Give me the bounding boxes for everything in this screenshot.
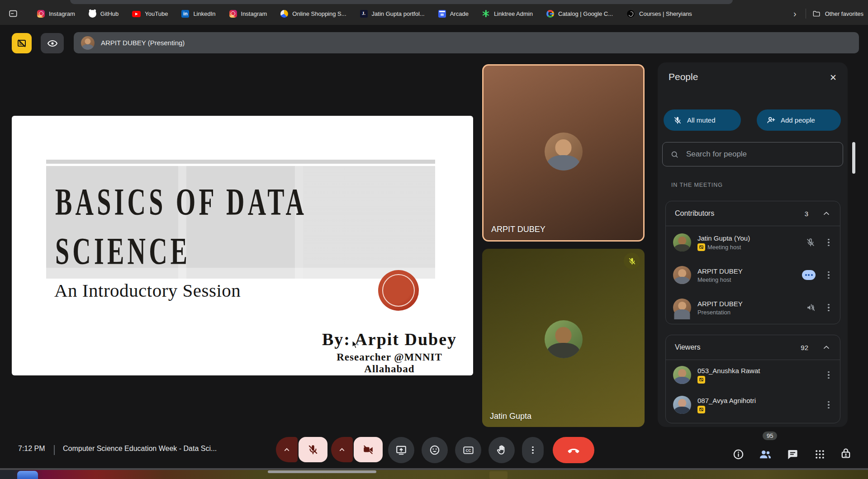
video-tile-arpit[interactable]: ARPIT DUBEY [482,64,645,242]
favorite-label: Online Shopping S... [292,10,346,17]
host-controls-button[interactable] [837,444,855,462]
other-favorites-button[interactable]: Other favorites [812,9,863,18]
more-options-button[interactable] [522,437,544,463]
participant-name: ARPIT DUBEY [697,267,743,275]
favorite-label: Catalog | Google C... [558,10,613,17]
background-window-fragment [489,471,508,479]
presentation-paused-badge-icon [697,243,705,251]
favorite-youtube[interactable]: YouTube [132,10,168,17]
section-title: Contributors [675,209,714,218]
mouse-cursor-icon [352,340,360,349]
favorite-online-shopping[interactable]: Online Shopping S... [280,10,346,18]
chevron-up-icon[interactable] [822,209,831,218]
present-screen-icon [395,444,407,456]
camera-options-chevron[interactable] [331,437,353,462]
video-tile-jatin[interactable]: Jatin Gupta [482,249,645,427]
mic-off-icon [307,444,319,455]
favorite-linkedin[interactable]: in LinkedIn [181,10,215,18]
favorite-linktree[interactable]: Linktree Admin [482,10,533,18]
other-favorites-label: Other favorites [825,10,863,17]
background-window-fragment [268,470,376,473]
all-muted-button[interactable]: All muted [664,109,741,131]
in-meeting-label: IN THE MEETING [671,182,723,188]
mic-off-icon [628,257,636,266]
reactions-button[interactable] [422,437,448,463]
side-panel-icon[interactable] [6,7,20,20]
chat-icon [787,448,799,460]
participants-count-badge: 95 [763,432,777,440]
end-call-button[interactable] [553,437,594,463]
presented-slide: BASICS OF DATA SCIENCE An Introductory S… [12,116,473,375]
slide-byline-block: By: Arpit Dubey Researcher @MNNIT Allaha… [315,330,464,375]
favorite-instagram-2[interactable]: Instagram [229,10,267,18]
people-button[interactable] [756,445,774,463]
favorite-arcade[interactable]: Arcade [438,10,469,18]
viewer-name: 053_Anushka Rawat [697,367,760,375]
participant-role: Meeting host [707,244,741,251]
host-controls-lock-icon [840,447,852,460]
participant-menu-button[interactable] [825,270,833,280]
participant-menu-button[interactable] [825,237,833,248]
viewers-header[interactable]: Viewers 92 [666,335,840,360]
favorite-label: LinkedIn [193,10,215,17]
info-icon [732,448,745,460]
captions-button[interactable]: CC [455,437,481,463]
chevron-up-icon [282,445,291,454]
sheryians-icon [626,9,635,18]
favorite-jatin-portfolio[interactable]: J. Jatin Gupta portfol... [360,10,425,18]
favorite-instagram[interactable]: Instagram [37,10,75,18]
mic-off-icon [806,237,816,247]
contributors-header[interactable]: Contributors 3 [666,201,840,226]
clock: 7:12 PM [18,445,45,453]
raise-hand-button[interactable] [489,437,515,463]
present-screen-button[interactable] [388,437,414,463]
shopping-site-icon [280,10,288,18]
favorite-google-catalog[interactable]: Catalog | Google C... [546,10,613,18]
participant-menu-button[interactable] [825,399,833,410]
avatar [545,133,583,171]
slide-credit: Researcher @MNNIT Allahabad [315,351,464,375]
participant-row: Jatin Gupta (You) Meeting host [666,226,840,259]
avatar [673,266,691,284]
participant-menu-button[interactable] [825,302,833,313]
background-window-fragment [17,471,38,479]
eye-icon [47,38,58,49]
people-panel: People ✕ All muted Add people IN TH [658,62,848,427]
activities-button[interactable] [811,445,829,463]
smiley-icon [429,444,441,456]
favorite-label: Linktree Admin [494,10,533,17]
camera-toggle-button[interactable] [354,437,383,462]
favorites-overflow-chevron-icon[interactable]: › [791,9,799,18]
people-search[interactable] [662,142,843,166]
participant-menu-button[interactable] [825,370,833,380]
folder-icon [812,9,821,18]
github-icon [89,10,96,18]
google-icon [546,10,554,18]
search-input[interactable] [685,149,835,159]
avatar [673,299,691,317]
meet-screen: Instagram GitHub YouTube in LinkedIn Ins… [0,0,868,479]
camera-off-icon [362,444,374,455]
watch-presentation-button[interactable] [41,33,64,53]
chat-button[interactable] [783,445,802,463]
avatar [673,366,691,384]
favorite-label: Instagram [241,10,267,17]
people-panel-title: People [669,71,698,82]
slide-byline: By: Arpit Dubey [315,330,464,349]
browser-favorites-bar: Instagram GitHub YouTube in LinkedIn Ins… [0,0,868,25]
chevron-up-icon[interactable] [822,343,831,352]
favorite-sheryians[interactable]: Courses | Sheryians [626,9,692,18]
meeting-details-button[interactable] [729,445,747,463]
mic-toggle-button[interactable] [299,437,327,462]
mic-options-chevron[interactable] [276,437,298,462]
speaking-indicator [802,270,816,280]
panel-scrollbar[interactable] [852,142,855,174]
viewer-name: 087_Avya Agnihotri [697,397,756,404]
add-people-button[interactable]: Add people [757,109,841,131]
participant-name: ARPIT DUBEY [697,300,743,308]
viewer-row: 087_Avya Agnihotri [666,390,840,420]
close-icon[interactable]: ✕ [828,71,839,85]
favorite-github[interactable]: GitHub [89,10,119,18]
presentation-paused-button[interactable] [12,33,32,53]
presenting-banner[interactable]: ARPIT DUBEY (Presenting) [74,32,859,53]
